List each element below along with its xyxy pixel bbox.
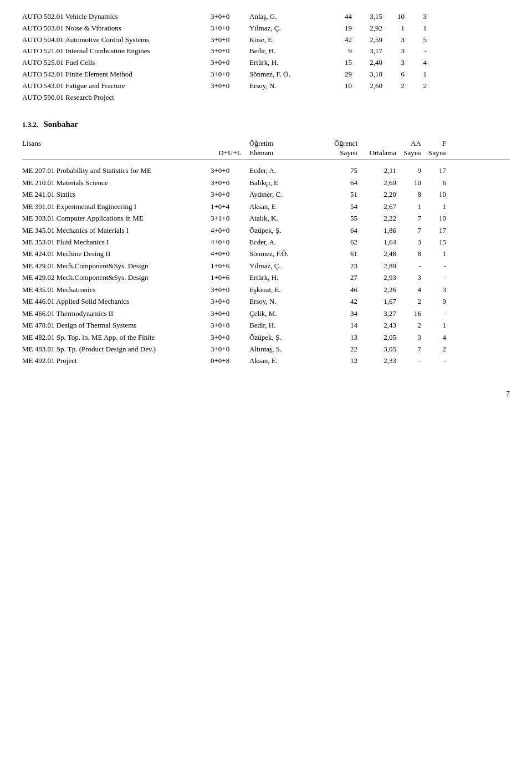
course-instructor: Sönmez, F. Ö. — [249, 69, 327, 80]
me-course-row: ME 482.01 Sp. Top. in. ME App. of the Fi… — [22, 331, 510, 343]
header-f: F — [421, 139, 446, 148]
me-course-students: 54 — [327, 201, 357, 212]
me-course-row: ME 424.01 Mechine Desing II 4+0+0 Sönmez… — [22, 248, 510, 259]
me-course-f: 17 — [421, 165, 446, 176]
me-course-aa: 8 — [396, 248, 421, 259]
me-course-name: ME 353.01 Fluid Mechanics I — [22, 236, 211, 248]
course-students: 15 — [327, 57, 352, 69]
me-course-f: 15 — [421, 236, 446, 248]
header-ogretim-group: Öğretim — [249, 139, 327, 148]
me-course-aa: 1 — [396, 201, 421, 212]
me-course-aa: - — [396, 260, 421, 272]
me-course-avg: 2,26 — [357, 284, 396, 295]
auto-courses-section: const d = JSON.parse(document.getElement… — [22, 11, 510, 103]
course-instructor: Bedir, H. — [249, 45, 327, 57]
me-course-dpl: 3+1+0 — [211, 212, 249, 224]
me-course-f: 9 — [421, 295, 446, 307]
page-number: 7 — [22, 389, 510, 398]
me-course-name: ME 429.02 Mech.Component&Sys. Design — [22, 272, 211, 283]
me-course-students: 27 — [327, 272, 357, 283]
auto-course-row: AUTO 542.01 Finite Element Method 3+0+0 … — [22, 69, 510, 80]
me-course-aa: 4 — [396, 284, 421, 295]
course-dpl: 3+0+0 — [211, 45, 249, 57]
me-course-students: 55 — [327, 212, 357, 224]
course-students: 9 — [327, 45, 352, 57]
me-course-aa: 3 — [396, 331, 421, 343]
me-course-f: 10 — [421, 212, 446, 224]
me-course-row: ME 241.01 Statics 3+0+0 Aydıner, C. 51 2… — [22, 188, 510, 200]
me-course-instructor: Aksan, E — [249, 201, 327, 212]
course-students: 44 — [327, 11, 352, 23]
me-course-avg: 2,89 — [357, 260, 396, 272]
course-f: 5 — [405, 34, 427, 46]
me-course-aa: 16 — [396, 308, 421, 319]
course-dpl: 3+0+0 — [211, 23, 249, 34]
auto-course-row: AUTO 504.01 Automotive Control Systems 3… — [22, 34, 510, 46]
me-course-dpl: 3+0+0 — [211, 165, 249, 176]
course-avg: 2,60 — [352, 80, 382, 92]
course-aa: 3 — [382, 45, 405, 57]
course-instructor: Anlaş, G. — [249, 11, 327, 23]
me-course-f: - — [421, 355, 446, 366]
header-dplus: D+U+L — [211, 149, 249, 157]
me-course-f: 6 — [421, 177, 446, 188]
me-course-avg: 2,11 — [357, 165, 396, 176]
me-course-name: ME 207.01 Probability and Statistics for… — [22, 165, 211, 176]
me-course-f: - — [421, 272, 446, 283]
course-instructor: Yılmaz, Ç. — [249, 23, 327, 34]
header-ortalama: Ortalama — [357, 149, 396, 157]
me-course-students: 23 — [327, 260, 357, 272]
me-course-name: ME 446.01 Applied Solid Mechanics — [22, 295, 211, 307]
me-course-dpl: 0+0+8 — [211, 355, 249, 366]
me-course-students: 34 — [327, 308, 357, 319]
course-avg: 2,92 — [352, 23, 382, 34]
me-course-instructor: Altıntaş, S. — [249, 343, 327, 355]
course-name: AUTO 521.01 Internal Combustion Engines — [22, 45, 211, 57]
me-course-instructor: Sönmez, F.Ö. — [249, 248, 327, 259]
me-course-name: ME 429.01 Mech.Component&Sys. Design — [22, 260, 211, 272]
course-dpl: 3+0+0 — [211, 34, 249, 46]
course-name: AUTO 590.01 Research Project — [22, 92, 211, 104]
me-course-row: ME 429.02 Mech.Component&Sys. Design 1+0… — [22, 272, 510, 283]
me-course-instructor: Balıkçı, E — [249, 177, 327, 188]
course-aa: 6 — [382, 69, 405, 80]
course-avg: 2,59 — [352, 34, 382, 46]
header-aa-sayisi: Sayısı — [396, 149, 421, 157]
course-name: AUTO 503.01 Noise & Vibrations — [22, 23, 211, 34]
header-ogretim: Öğretim — [249, 139, 273, 147]
course-avg: 3,17 — [352, 45, 382, 57]
me-course-instructor: Ecder, A. — [249, 165, 327, 176]
section-number: 1.3.2. — [22, 120, 38, 129]
me-course-students: 62 — [327, 236, 357, 248]
me-course-instructor: Özüpek, Ş. — [249, 224, 327, 236]
course-aa: 3 — [382, 57, 405, 69]
course-f: 1 — [405, 23, 427, 34]
me-course-name: ME 424.01 Mechine Desing II — [22, 248, 211, 259]
me-course-dpl: 4+0+0 — [211, 248, 249, 259]
table-divider — [22, 160, 510, 160]
me-course-name: ME 210.01 Materials Science — [22, 177, 211, 188]
course-instructor: Ertürk, H. — [249, 57, 327, 69]
me-course-students: 13 — [327, 331, 357, 343]
me-course-students: 75 — [327, 165, 357, 176]
me-course-avg: 2,93 — [357, 272, 396, 283]
me-course-avg: 1,67 — [357, 295, 396, 307]
me-course-row: ME 492.01 Project 0+0+8 Aksan, E. 12 2,3… — [22, 355, 510, 366]
me-course-row: ME 429.01 Mech.Component&Sys. Design 1+0… — [22, 260, 510, 272]
auto-course-row: AUTO 503.01 Noise & Vibrations 3+0+0 Yıl… — [22, 23, 510, 34]
me-course-name: ME 303.01 Computer Applications in ME — [22, 212, 211, 224]
me-courses-list: (function() { const d2 = JSON.parse(docu… — [22, 165, 510, 366]
me-course-row: ME 466.01 Thermodynamics II 3+0+0 Çelik,… — [22, 308, 510, 319]
course-students: 10 — [327, 80, 352, 92]
course-avg: 3,15 — [352, 11, 382, 23]
me-course-avg: 2,20 — [357, 188, 396, 200]
me-course-students: 51 — [327, 188, 357, 200]
course-dpl: 3+0+0 — [211, 69, 249, 80]
course-f: - — [405, 45, 427, 57]
auto-courses-list: const d = JSON.parse(document.getElement… — [22, 11, 510, 103]
me-course-f: 1 — [421, 319, 446, 331]
course-aa: 3 — [382, 34, 405, 46]
me-course-name: ME 301.01 Experimental Engineering I — [22, 201, 211, 212]
me-course-name: ME 492.01 Project — [22, 355, 211, 366]
course-name: AUTO 502.01 Vehicle Dynamics — [22, 11, 211, 23]
